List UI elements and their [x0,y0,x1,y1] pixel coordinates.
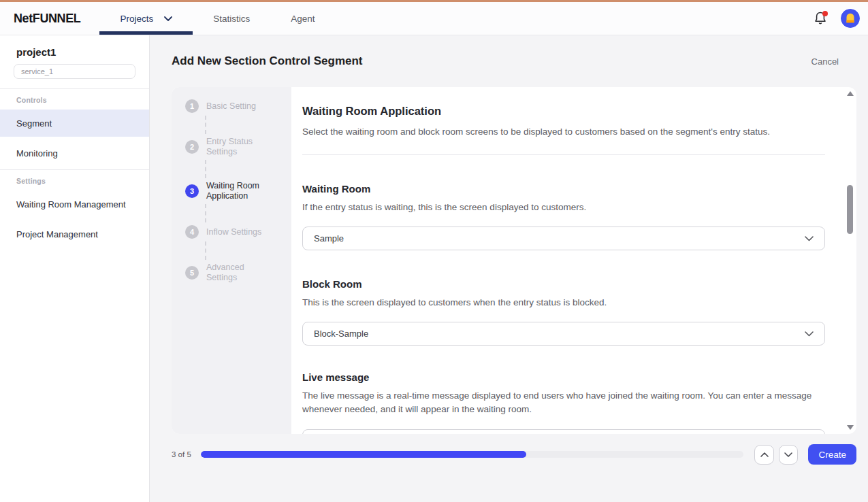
waiting-room-heading: Waiting Room [302,183,825,195]
step-number: 5 [185,266,199,280]
scroll-up-arrow[interactable] [847,91,854,96]
progress-label: 3 of 5 [172,450,201,458]
step-connector [205,160,291,178]
step-number: 4 [185,225,199,239]
step-number: 1 [185,99,199,113]
step-connector [205,204,291,222]
nav-item-projects[interactable]: Projects [99,2,193,35]
sidebar-item-segment[interactable]: Segment [0,110,149,137]
waiting-room-selected-value: Sample [314,233,344,244]
user-avatar[interactable] [841,9,860,28]
step-basic-setting[interactable]: 1 Basic Setting [185,99,291,113]
block-room-description: This is the screen displayed to customer… [302,296,825,309]
step-entry-status-settings[interactable]: 2 Entry Status Settings [185,137,291,157]
step-label: Entry Status Settings [206,137,277,157]
step-number: 2 [185,140,199,154]
progress-fill [201,451,526,458]
sidebar-section-controls: Controls [0,89,149,110]
wizard-card: 1 Basic Setting 2 Entry Status Settings … [172,87,856,434]
scroll-down-arrow[interactable] [847,425,854,430]
live-message-description: The live message is a real-time message … [302,389,825,416]
live-message-group: Live message The live message is a real-… [302,371,825,434]
block-room-select[interactable]: Block-Sample [302,322,825,346]
step-waiting-room-application[interactable]: 3 Waiting Room Application [185,181,291,201]
netfunnel-logo[interactable]: NetFUNNEL [14,12,80,26]
step-number: 3 [185,184,199,198]
step-label: Inflow Settings [206,227,261,237]
notification-badge [822,11,828,16]
main-nav: Projects Statistics Agent [99,2,335,35]
project-name: project1 [0,35,149,58]
progress-bar [201,451,743,458]
chevron-down-icon [805,331,814,337]
next-step-button[interactable] [779,445,799,465]
page-header: Add New Section Control Segment Cancel [172,35,856,87]
card-scrollbar [846,88,854,433]
waiting-room-group: Waiting Room If the entry status is wait… [302,183,825,250]
chevron-down-icon [805,236,814,241]
waiting-room-description: If the entry status is waiting, this is … [302,201,825,214]
nav-item-label: Projects [120,14,153,24]
live-message-heading: Live message [302,371,825,383]
create-button[interactable]: Create [808,444,856,465]
waiting-room-select[interactable]: Sample [302,227,825,250]
step-advanced-settings[interactable]: 5 Advanced Settings [185,263,291,283]
project-sidebar: project1 service_1 Controls Segment Moni… [0,35,150,502]
wizard-stepper: 1 Basic Setting 2 Entry Status Settings … [172,87,291,434]
previous-step-button[interactable] [754,445,774,465]
nav-item-agent[interactable]: Agent [270,2,335,35]
content-heading: Waiting Room Application [302,105,825,118]
step-connector [205,241,291,260]
block-room-heading: Block Room [302,278,825,290]
cancel-button[interactable]: Cancel [811,56,839,67]
content-description: Select the waiting room and block room s… [302,125,825,139]
step-label: Basic Setting [206,101,256,112]
step-content: Waiting Room Application Select the wait… [291,87,856,434]
sidebar-item-waiting-room-management[interactable]: Waiting Room Management [0,190,149,218]
step-label: Advanced Settings [206,263,277,283]
wizard-footer: 3 of 5 Create [172,444,856,465]
sidebar-section-settings: Settings [0,170,149,190]
content-divider [302,154,825,155]
sidebar-item-monitoring[interactable]: Monitoring [0,139,149,167]
top-navbar: NetFUNNEL Projects Statistics Agent [0,2,868,35]
notification-bell-icon[interactable] [814,11,829,26]
service-selector[interactable]: service_1 [14,64,135,79]
sidebar-item-project-management[interactable]: Project Management [0,220,149,248]
step-inflow-settings[interactable]: 4 Inflow Settings [185,225,291,239]
step-connector [205,116,291,134]
live-message-field: 0 / 20 [302,429,825,434]
chevron-down-icon [164,16,172,21]
nav-item-statistics[interactable]: Statistics [193,2,270,35]
navbar-right [814,2,868,35]
main-area: Add New Section Control Segment Cancel 1… [150,35,868,502]
page-title: Add New Section Control Segment [172,54,363,68]
scrollbar-thumb[interactable] [847,185,853,234]
nav-item-label: Agent [291,14,315,24]
nav-item-label: Statistics [213,14,250,24]
block-room-selected-value: Block-Sample [314,329,368,339]
step-label: Waiting Room Application [206,181,277,201]
block-room-group: Block Room This is the screen displayed … [302,278,825,346]
